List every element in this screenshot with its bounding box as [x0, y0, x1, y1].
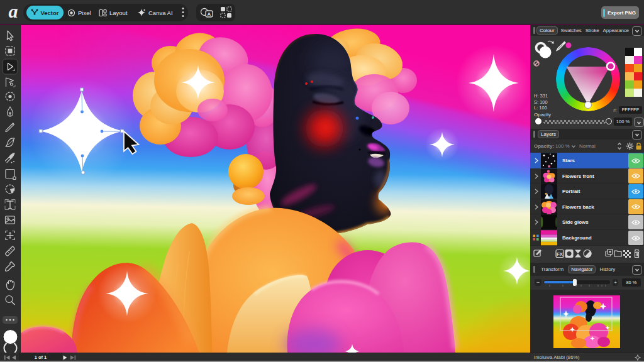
svg-text:FX: FX [557, 251, 564, 257]
svg-text:A: A [208, 11, 211, 17]
